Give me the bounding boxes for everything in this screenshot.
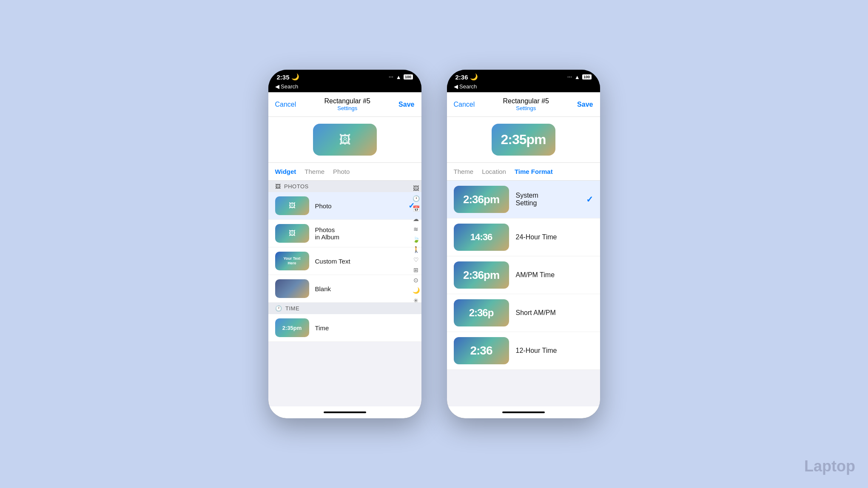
time-format-ampm[interactable]: 2:36pm AM/PM Time	[447, 256, 600, 294]
phones-container: 2:35 🌙 ··· ▲ 100 ◀ Search Cancel Rectang…	[268, 70, 600, 418]
status-left-2: 2:36 🌙	[455, 73, 478, 81]
list-item-time[interactable]: 2:35pm Time	[268, 314, 421, 342]
time-thumb-12h: 2:36	[454, 337, 509, 364]
custom-text-label: Custom Text	[315, 258, 415, 265]
time-item-thumb: 2:35pm	[275, 318, 309, 337]
time-item-thumb-text: 2:35pm	[282, 325, 302, 331]
dots-2: ···	[567, 75, 572, 79]
status-bar-1: 2:35 🌙 ··· ▲ 100	[268, 70, 421, 82]
12h-label: 12-Hour Time	[516, 347, 593, 355]
status-right-1: ··· ▲ 100	[389, 74, 413, 80]
ampm-label: AM/PM Time	[516, 271, 593, 279]
widget-thumb-time: 2:35pm	[492, 124, 555, 156]
tab-time-format[interactable]: Time Format	[515, 166, 553, 177]
nav-title-2: Rectangular #5 Settings	[503, 97, 549, 111]
moon-icon-1: 🌙	[291, 73, 299, 81]
nav-title-main-1: Rectangular #5	[324, 97, 370, 105]
time-format-short-ampm[interactable]: 2:36p Short AM/PM	[447, 294, 600, 332]
battery-2: 100	[582, 74, 592, 79]
photo-check: ✓	[408, 201, 415, 210]
status-right-2: ··· ▲ 100	[567, 74, 591, 80]
time-thumb-12h-text: 2:36	[470, 344, 492, 357]
home-indicator-2	[447, 406, 600, 418]
time-thumb-short-text: 2:36p	[469, 307, 494, 319]
widget-thumb-1: 🖼	[313, 124, 377, 156]
save-button-2[interactable]: Save	[577, 101, 593, 108]
time-format-system[interactable]: 2:36pm SystemSetting ✓	[447, 181, 600, 218]
tab-location[interactable]: Location	[482, 166, 506, 177]
time-1: 2:35	[277, 74, 290, 81]
battery-1: 100	[404, 74, 413, 79]
content-area-1: 🖼 PHOTOS 🖼 Photo ✓ 🖼 Photosin Alb	[268, 181, 421, 406]
wifi-2: ▲	[575, 74, 580, 80]
moon-icon-2: 🌙	[470, 73, 478, 81]
search-back-1[interactable]: ◀ Search	[268, 82, 421, 92]
home-indicator-1	[268, 406, 421, 418]
tab-photo[interactable]: Photo	[333, 166, 350, 177]
24h-label: 24-Hour Time	[516, 233, 593, 241]
nav-title-main-2: Rectangular #5	[503, 97, 549, 105]
tab-theme-2[interactable]: Theme	[454, 166, 474, 177]
home-bar-2	[502, 411, 545, 413]
nav-title-sub-2: Settings	[503, 105, 549, 111]
time-thumb-short: 2:36p	[454, 299, 509, 326]
phone-body-2: Cancel Rectangular #5 Settings Save 2:35…	[447, 92, 600, 418]
watermark: Laptop	[804, 457, 855, 475]
blank-thumb	[275, 279, 309, 298]
list-item-custom-text[interactable]: Your TextHere Custom Text	[268, 247, 421, 275]
nav-bar-2: Cancel Rectangular #5 Settings Save	[447, 92, 600, 117]
content-area-2: 2:36pm SystemSetting ✓ 14:36 24-Hour Tim…	[447, 181, 600, 406]
time-thumb-system-text: 2:36pm	[463, 193, 499, 206]
custom-text-thumb-label: Your TextHere	[283, 256, 300, 266]
time-section-label: TIME	[285, 305, 299, 312]
time-2: 2:36	[455, 74, 468, 81]
album-thumb: 🖼	[275, 224, 309, 243]
widget-preview-1: 🖼	[268, 117, 421, 163]
segment-tabs-1: Widget Theme Photo	[268, 163, 421, 181]
system-check: ✓	[586, 194, 593, 204]
photo-widget-icon: 🖼	[339, 133, 351, 147]
album-label: Photosin Album	[315, 226, 415, 241]
time-thumb-24h: 14:36	[454, 224, 509, 251]
status-bar-2: 2:36 🌙 ··· ▲ 100	[447, 70, 600, 82]
time-section-icon: 🕐	[275, 305, 282, 312]
save-button-1[interactable]: Save	[398, 101, 414, 108]
photo-label: Photo	[315, 202, 402, 210]
search-back-label-2: ◀ Search	[454, 83, 477, 90]
time-thumb-system: 2:36pm	[454, 186, 509, 213]
status-left-1: 2:35 🌙	[277, 73, 299, 81]
time-format-12h[interactable]: 2:36 12-Hour Time	[447, 332, 600, 370]
album-thumb-icon: 🖼	[289, 230, 296, 237]
custom-text-thumb: Your TextHere	[275, 252, 309, 270]
photo-thumb-icon: 🖼	[289, 202, 296, 210]
home-bar-1	[324, 411, 366, 413]
cancel-button-2[interactable]: Cancel	[454, 101, 475, 108]
widget-preview-2: 2:35pm	[447, 117, 600, 163]
search-back-2[interactable]: ◀ Search	[447, 82, 600, 92]
nav-bar-1: Cancel Rectangular #5 Settings Save	[268, 92, 421, 117]
photos-section-icon: 🖼	[275, 183, 281, 190]
list-item-album[interactable]: 🖼 Photosin Album	[268, 220, 421, 247]
widget-time-display: 2:35pm	[501, 132, 546, 148]
tab-widget[interactable]: Widget	[275, 166, 296, 177]
list-item-photo[interactable]: 🖼 Photo ✓	[268, 192, 421, 220]
short-ampm-label: Short AM/PM	[516, 309, 593, 317]
cancel-button-1[interactable]: Cancel	[275, 101, 296, 108]
time-thumb-ampm: 2:36pm	[454, 261, 509, 289]
time-thumb-24h-text: 14:36	[470, 232, 492, 243]
phone-body-1: Cancel Rectangular #5 Settings Save 🖼 Wi…	[268, 92, 421, 418]
nav-title-1: Rectangular #5 Settings	[324, 97, 370, 111]
dots-1: ···	[389, 75, 393, 79]
list-item-blank[interactable]: Blank	[268, 275, 421, 303]
section-time: 🕐 TIME	[268, 303, 421, 314]
wifi-1: ▲	[396, 74, 401, 80]
photo-thumb: 🖼	[275, 196, 309, 215]
time-format-24h[interactable]: 14:36 24-Hour Time	[447, 218, 600, 256]
tab-theme[interactable]: Theme	[305, 166, 324, 177]
segment-tabs-2: Theme Location Time Format	[447, 163, 600, 181]
phone-2: 2:36 🌙 ··· ▲ 100 ◀ Search Cancel Rectang…	[447, 70, 600, 418]
search-back-label-1: ◀ Search	[275, 83, 299, 90]
section-photos: 🖼 PHOTOS	[268, 181, 421, 192]
phone-1: 2:35 🌙 ··· ▲ 100 ◀ Search Cancel Rectang…	[268, 70, 421, 418]
photos-section-label: PHOTOS	[284, 183, 309, 190]
